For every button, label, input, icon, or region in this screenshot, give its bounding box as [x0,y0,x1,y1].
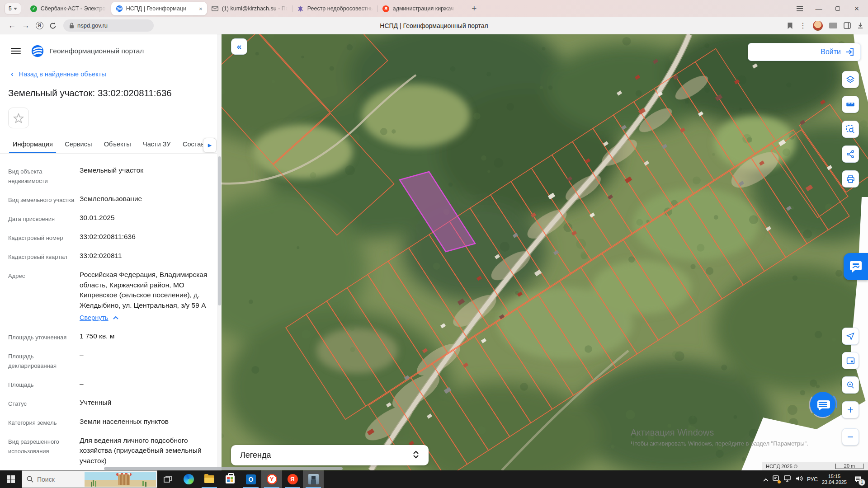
share-button[interactable] [842,145,859,163]
field-row-address: Адрес Российская Федерация, Владимирская… [8,270,212,323]
new-tab-button[interactable]: + [468,3,480,14]
hamburger-menu-icon[interactable] [11,48,21,54]
chevron-down-icon [14,8,17,10]
minimize-button[interactable]: — [810,2,827,15]
edge-taskbar-button[interactable] [178,470,199,488]
zoom-out-button[interactable]: − [842,428,859,446]
tab-registry[interactable]: Реестр недобросовестны [292,2,377,15]
window-controls: — × [791,0,865,17]
close-window-button[interactable]: × [848,2,865,15]
print-icon [846,174,855,184]
task-view-button[interactable] [157,470,178,488]
widget-icon[interactable] [829,23,837,28]
tab-objects[interactable]: Объекты [104,137,131,151]
search-input[interactable] [37,476,91,483]
chat-fab-button[interactable] [806,387,840,422]
tab-mail[interactable]: (1) kumi@kirzhach.su - По [207,2,292,15]
layers-icon [845,75,855,84]
yandex-browser-taskbar-button[interactable]: Y [261,470,282,488]
yandex-taskbar-button[interactable]: Я [282,470,303,488]
start-button[interactable] [0,470,22,488]
tray-expand-icon[interactable] [763,475,769,483]
feedback-tab-button[interactable] [844,253,868,280]
clock[interactable]: 15:15 23.04.2025 [822,474,847,485]
field-row: Вид объекта недвижимостиЗемельный участо… [8,165,212,186]
login-bar[interactable]: Войти [748,43,861,61]
legend-expand-icon[interactable] [412,450,420,461]
share-icon [846,150,855,159]
eagle-emblem-favicon [297,5,304,12]
download-icon[interactable] [857,22,863,29]
horizontal-scrollbar-thumb[interactable] [104,467,343,470]
area-search-icon [845,124,855,134]
file-explorer-taskbar-button[interactable] [199,470,220,488]
legend-bar[interactable]: Легенда [231,445,429,465]
yandex-home-button[interactable]: Я [33,19,46,33]
map-area: « Войти [222,34,868,470]
login-icon [845,48,854,56]
taskbar-search[interactable] [22,470,157,488]
field-row: Вид разрешенного использованияДля ведени… [8,436,212,466]
tabs-scroll-right-button[interactable]: ▶ [203,138,217,153]
browser-tabs: ✓ Сбербанк-АСТ - Электро НСПД | Геоинфор… [26,0,463,17]
system-tray: РУС 15:15 23.04.2025 1 [763,470,868,488]
tray-update-icon[interactable] [773,475,780,483]
back-to-results-link[interactable]: ‹ Назад в найденные объекты [11,70,222,79]
satellite-map-canvas[interactable] [222,34,868,470]
more-menu-icon[interactable]: ⋮ [799,21,807,30]
favorite-star-button[interactable] [8,108,29,128]
browser-menu-button[interactable] [791,2,808,15]
tab-sberbank[interactable]: ✓ Сбербанк-АСТ - Электро [26,2,111,15]
collapse-address-link[interactable]: Свернуть [80,313,118,323]
print-button[interactable] [842,170,859,188]
outlook-taskbar-button[interactable]: O [241,470,261,488]
portal-title: Геоинформационный портал [50,47,144,55]
profile-avatar[interactable] [813,21,823,31]
back-button[interactable]: ← [5,19,19,33]
address-bar[interactable]: nspd.gov.ru [63,19,154,32]
photo-app-taskbar-button[interactable] [303,470,324,488]
refresh-button[interactable] [46,19,60,33]
tabs-panel-icon[interactable] [844,22,851,29]
login-label: Войти [821,48,841,56]
search-highlight-image[interactable] [85,472,156,487]
yandex-icon: Я [288,474,298,484]
close-tab-icon[interactable]: × [199,5,203,12]
locate-button[interactable] [842,328,859,345]
browser-toolbar: ← → Я nspd.gov.ru НСПД | Геоинформационн… [0,17,868,34]
clock-date: 23.04.2025 [822,479,847,485]
legend-label: Легенда [240,450,271,460]
bookmark-icon[interactable] [787,22,793,29]
notification-center-button[interactable]: 1 [851,473,864,486]
minimap-icon [846,356,855,366]
tab-parts[interactable]: Части ЗУ [143,137,171,151]
measure-button[interactable] [842,96,859,113]
map-scale-bar: 20 m [835,464,863,469]
layers-button[interactable] [842,71,859,88]
language-indicator[interactable]: РУС [807,476,818,483]
collapse-panel-button[interactable]: « [231,38,247,55]
search-on-map-button[interactable] [842,376,859,394]
store-taskbar-button[interactable] [220,470,241,488]
area-search-button[interactable] [842,121,859,138]
tray-network-icon[interactable] [784,475,792,483]
field-row: Дата присвоения30.01.2025 [8,213,212,224]
restore-button[interactable] [829,2,846,15]
tab-administration[interactable]: Я администрация киржач [378,2,463,15]
forward-button[interactable]: → [19,19,33,33]
field-row: Площадь уточненная1 750 кв. м [8,331,212,342]
clock-time: 15:15 [822,474,847,479]
tab-counter-button[interactable]: 5 [5,3,21,14]
tab-services[interactable]: Сервисы [65,137,92,151]
minimap-button[interactable] [842,352,859,369]
edge-icon [184,474,194,484]
field-row: Вид земельного участкаЗемлепользование [8,194,212,205]
tab-information[interactable]: Информация [13,137,53,151]
tab-nspd-active[interactable]: НСПД | Геоинформаци × [111,2,207,15]
windows-logo-icon [7,475,15,483]
panel-scrollbar-thumb[interactable] [218,156,221,305]
page-title: НСПД | Геоинформационный портал [380,22,488,29]
tray-volume-icon[interactable] [796,475,803,483]
zoom-in-button[interactable]: + [842,401,859,418]
navigate-icon [846,332,855,341]
